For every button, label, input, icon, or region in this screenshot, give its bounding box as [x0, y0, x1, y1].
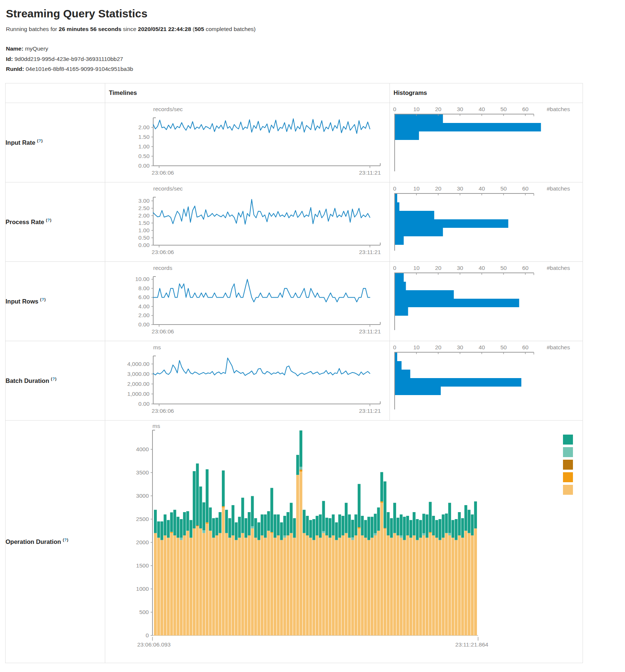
svg-text:23:06:06: 23:06:06 — [152, 408, 174, 414]
svg-text:3,000.00: 3,000.00 — [127, 370, 150, 377]
svg-text:0: 0 — [393, 265, 396, 271]
svg-text:60: 60 — [522, 344, 529, 350]
svg-text:23:11:21: 23:11:21 — [359, 328, 381, 335]
query-id-line: Id: 9d0dd219-995d-423e-b97d-36931110bb27 — [6, 54, 625, 64]
svg-text:1000: 1000 — [136, 585, 149, 592]
legend-swatch — [563, 485, 573, 495]
svg-text:50: 50 — [500, 185, 507, 192]
svg-text:0: 0 — [393, 185, 396, 192]
svg-text:23:06:06: 23:06:06 — [152, 328, 174, 335]
input-rate-row: Input Rate (?) records/sec2.001.501.000.… — [6, 103, 583, 182]
svg-text:40: 40 — [478, 106, 485, 112]
svg-text:2.00: 2.00 — [138, 124, 150, 130]
svg-text:10: 10 — [413, 185, 420, 192]
query-name-line: Name: myQuery — [6, 44, 625, 54]
help-icon[interactable]: (?) — [37, 138, 43, 143]
svg-text:0.00: 0.00 — [138, 162, 150, 169]
svg-text:#batches: #batches — [547, 106, 570, 112]
operation-duration-chart: ms4000350030002500200015001000500023:06:… — [105, 421, 583, 657]
process-rate-timeline-chart: records/sec3.002.502.001.501.000.500.002… — [105, 182, 389, 260]
operation-duration-row: Operation Duration (?) ms400035003000250… — [6, 420, 583, 663]
svg-text:40: 40 — [478, 185, 485, 192]
svg-text:0: 0 — [145, 632, 149, 638]
svg-text:3000: 3000 — [136, 492, 149, 498]
svg-text:40: 40 — [478, 265, 485, 271]
svg-text:50: 50 — [500, 106, 507, 112]
input-rate-timeline-chart: records/sec2.001.501.000.500.0023:06:062… — [105, 103, 389, 181]
svg-text:4.00: 4.00 — [138, 303, 150, 309]
svg-text:20: 20 — [435, 185, 442, 192]
svg-text:#batches: #batches — [547, 185, 570, 192]
svg-text:2.00: 2.00 — [138, 312, 150, 318]
timelines-header: Timelines — [105, 83, 390, 103]
empty-header-cell — [6, 83, 105, 103]
svg-text:0: 0 — [393, 344, 396, 350]
input-rows-histogram-chart: 0102030405060#batches — [390, 262, 582, 339]
svg-text:1.50: 1.50 — [138, 134, 150, 140]
svg-text:#batches: #batches — [547, 265, 570, 271]
running-batches-summary: Running batches for 26 minutes 56 second… — [6, 26, 625, 32]
process-rate-histogram-chart: 0102030405060#batches — [390, 182, 582, 260]
svg-text:records/sec: records/sec — [153, 185, 183, 192]
svg-text:10.00: 10.00 — [135, 276, 150, 282]
svg-text:50: 50 — [500, 265, 507, 271]
svg-text:23:11:21: 23:11:21 — [359, 169, 381, 176]
svg-text:23:11:21.864: 23:11:21.864 — [455, 641, 488, 648]
batch-duration-histogram-chart: 0102030405060#batches — [390, 341, 582, 419]
svg-text:60: 60 — [522, 265, 529, 271]
svg-text:20: 20 — [435, 344, 442, 350]
svg-text:10: 10 — [413, 344, 420, 350]
svg-text:30: 30 — [457, 106, 463, 112]
svg-text:6.00: 6.00 — [138, 294, 150, 300]
svg-text:0.00: 0.00 — [138, 321, 150, 328]
svg-text:1.50: 1.50 — [138, 220, 150, 226]
batch-duration-row: Batch Duration (?) ms4,000.003,000.002,0… — [6, 341, 583, 420]
svg-text:10: 10 — [413, 106, 420, 112]
svg-text:4,000.00: 4,000.00 — [127, 360, 150, 367]
help-icon[interactable]: (?) — [63, 538, 69, 542]
row-label-input-rows: Input Rows (?) — [6, 261, 105, 341]
help-icon[interactable]: (?) — [46, 218, 52, 222]
page-title: Streaming Query Statistics — [6, 7, 625, 20]
input-rows-timeline-chart: records10.008.006.004.002.000.0023:06:06… — [105, 262, 389, 339]
statistics-table: Timelines Histograms Input Rate (?) reco… — [5, 83, 583, 663]
histograms-header: Histograms — [390, 83, 583, 103]
svg-text:60: 60 — [522, 106, 529, 112]
svg-text:23:11:21: 23:11:21 — [359, 249, 381, 255]
svg-text:0: 0 — [393, 106, 396, 112]
svg-text:50: 50 — [500, 344, 507, 350]
operation-duration-legend — [563, 435, 573, 495]
svg-text:0.50: 0.50 — [138, 234, 150, 241]
svg-text:2.00: 2.00 — [138, 212, 150, 219]
svg-text:23:06:06: 23:06:06 — [152, 169, 174, 176]
svg-text:records/sec: records/sec — [153, 106, 183, 112]
svg-text:1500: 1500 — [136, 562, 149, 568]
legend-swatch — [563, 472, 573, 482]
legend-swatch — [563, 435, 573, 445]
svg-text:2500: 2500 — [136, 515, 149, 522]
row-label-input-rate: Input Rate (?) — [6, 103, 105, 182]
query-runid-line: RunId: 04e101e6-8bf8-4165-9099-9104c951b… — [6, 64, 625, 74]
svg-text:4000: 4000 — [136, 446, 149, 452]
legend-swatch — [563, 447, 573, 457]
help-icon[interactable]: (?) — [51, 377, 57, 381]
svg-text:23:06:06.093: 23:06:06.093 — [137, 641, 171, 648]
svg-text:20: 20 — [435, 106, 442, 112]
svg-text:10: 10 — [413, 265, 420, 271]
svg-text:2000: 2000 — [136, 539, 149, 545]
svg-text:3.00: 3.00 — [138, 198, 150, 204]
svg-text:ms: ms — [153, 344, 161, 350]
svg-text:ms: ms — [152, 423, 160, 429]
svg-text:#batches: #batches — [547, 344, 570, 350]
svg-text:2,000.00: 2,000.00 — [127, 380, 150, 387]
row-label-process-rate: Process Rate (?) — [6, 182, 105, 261]
svg-text:0.00: 0.00 — [138, 401, 150, 407]
svg-text:records: records — [153, 265, 172, 271]
help-icon[interactable]: (?) — [40, 297, 46, 302]
svg-text:60: 60 — [522, 185, 529, 192]
svg-text:1.00: 1.00 — [138, 227, 150, 233]
row-label-operation-duration: Operation Duration (?) — [6, 420, 105, 663]
svg-text:30: 30 — [457, 344, 463, 350]
process-rate-row: Process Rate (?) records/sec3.002.502.00… — [6, 182, 583, 261]
svg-text:8.00: 8.00 — [138, 285, 150, 291]
